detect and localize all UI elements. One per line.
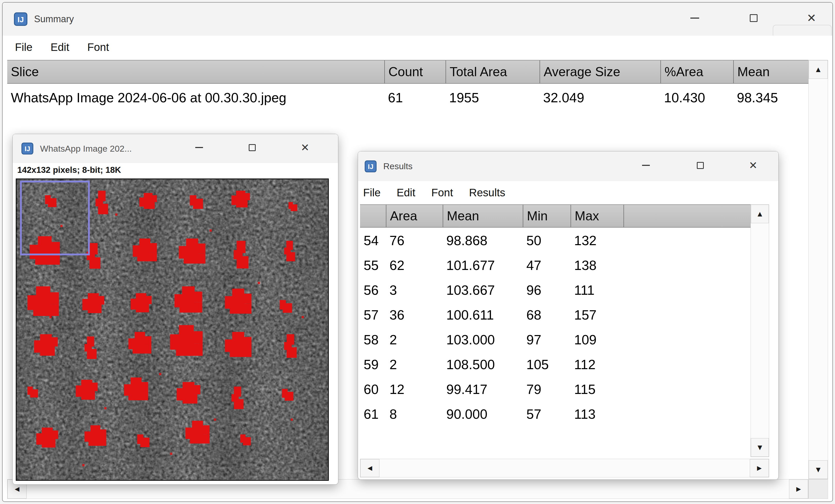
cell-row-number: 61 (360, 402, 386, 426)
cell-max: 132 (571, 228, 624, 253)
arrow-up-icon: ▲ (756, 210, 764, 218)
cell-max: 157 (571, 303, 624, 327)
results-horizontal-scrollbar[interactable]: ◄ ► (360, 459, 769, 477)
cell-average-size: 32.049 (539, 84, 660, 111)
cell-mean: 99.417 (443, 377, 523, 402)
scroll-down-button[interactable]: ▼ (809, 460, 828, 479)
results-table-row[interactable]: 54 76 98.868 50 132 (360, 228, 751, 253)
svg-text:IJ: IJ (18, 16, 24, 24)
minimize-button[interactable] (685, 8, 705, 28)
cell-row-number: 56 (360, 278, 386, 303)
minimize-button[interactable] (189, 138, 209, 157)
close-button[interactable]: ✕ (295, 138, 315, 157)
arrow-left-icon: ◄ (13, 485, 21, 493)
svg-text:IJ: IJ (368, 163, 373, 170)
menu-item-file[interactable]: File (363, 186, 381, 199)
arrow-right-icon: ► (795, 485, 802, 493)
menu-item-file[interactable]: File (15, 41, 33, 54)
maximize-icon (750, 14, 757, 22)
cell-min: 68 (523, 303, 571, 327)
column-header-total-area: Total Area (446, 60, 539, 83)
summary-menubar: File Edit Font (3, 36, 832, 59)
cell-max: 113 (571, 402, 624, 426)
results-table-row[interactable]: 58 2 103.000 97 109 (360, 327, 751, 352)
image-info-label: 142x132 pixels; 8-bit; 18K (17, 165, 121, 175)
cell-min: 47 (523, 253, 571, 278)
summary-vertical-scrollbar[interactable]: ▲ ▼ (808, 60, 828, 479)
micrograph-canvas[interactable] (16, 179, 329, 481)
imagej-icon: IJ (14, 13, 27, 26)
scroll-track-horizontal[interactable] (380, 459, 750, 477)
results-table-row[interactable]: 55 62 101.677 47 138 (360, 253, 751, 278)
image-titlebar[interactable]: IJ WhatsApp Image 202... ✕ (13, 134, 338, 163)
results-table-row[interactable]: 59 2 108.500 105 112 (360, 352, 751, 377)
results-table-header: Area Mean Min Max (360, 204, 751, 227)
maximize-button[interactable] (690, 156, 710, 175)
cell-area: 2 (386, 352, 443, 377)
maximize-button[interactable] (242, 138, 262, 157)
scroll-down-button[interactable]: ▼ (751, 438, 769, 457)
summary-table-row[interactable]: WhatsApp Image 2024-06-06 at 00.30.30.jp… (7, 84, 810, 111)
results-table-body: 54 76 98.868 50 132 55 62 101.677 47 138… (360, 228, 751, 426)
results-vertical-scrollbar[interactable]: ▲ ▼ (751, 204, 769, 457)
results-table-row[interactable]: 57 36 100.611 68 157 (360, 303, 751, 327)
cell-min: 57 (523, 402, 571, 426)
results-table-row[interactable]: 61 8 90.000 57 113 (360, 402, 751, 426)
cell-max: 115 (571, 377, 624, 402)
minimize-icon (690, 18, 699, 19)
results-titlebar[interactable]: IJ Results ✕ (358, 152, 778, 181)
minimize-icon (642, 165, 650, 166)
cell-max: 138 (571, 253, 624, 278)
column-header-slice: Slice (7, 60, 384, 83)
cell-area: 8 (386, 402, 443, 426)
scroll-up-button[interactable]: ▲ (809, 60, 828, 79)
scroll-track-vertical[interactable] (751, 223, 769, 438)
column-header-count: Count (384, 60, 446, 83)
arrow-down-icon: ▼ (814, 466, 822, 473)
cell-area: 3 (386, 278, 443, 303)
arrow-right-icon: ► (755, 464, 763, 472)
arrow-up-icon: ▲ (814, 66, 822, 73)
results-table-row[interactable]: 60 12 99.417 79 115 (360, 377, 751, 402)
imagej-icon: IJ (365, 160, 376, 172)
maximize-button[interactable] (743, 8, 764, 28)
cell-mean: 98.868 (443, 228, 523, 253)
cell-mean: 103.667 (443, 278, 523, 303)
column-header-min: Min (523, 205, 571, 227)
cell-mean: 103.000 (443, 327, 523, 352)
cell-min: 96 (523, 278, 571, 303)
screen: IJ Summary ✕ File Edit Font Slice Count … (0, 0, 835, 504)
column-header-row-number (360, 205, 386, 227)
menu-item-font[interactable]: Font (431, 186, 453, 199)
minimize-button[interactable] (636, 156, 656, 175)
cell-row-number: 60 (360, 377, 386, 402)
cell-mean: 108.500 (443, 352, 523, 377)
cell-max: 109 (571, 327, 624, 352)
arrow-down-icon: ▼ (756, 444, 764, 451)
column-header-mean: Mean (443, 205, 523, 227)
menu-item-font[interactable]: Font (87, 41, 109, 54)
cell-area: 12 (386, 377, 443, 402)
scroll-up-button[interactable]: ▲ (751, 205, 769, 223)
scroll-right-button[interactable]: ► (789, 480, 808, 499)
menu-item-edit[interactable]: Edit (50, 41, 69, 54)
summary-titlebar[interactable]: IJ Summary ✕ (3, 3, 832, 36)
scroll-right-button[interactable]: ► (750, 459, 769, 477)
menu-item-results[interactable]: Results (469, 186, 505, 199)
cell-count: 61 (384, 84, 446, 111)
cell-row-number: 57 (360, 303, 386, 327)
cell-max: 111 (571, 278, 624, 303)
menu-item-edit[interactable]: Edit (397, 186, 415, 199)
close-button[interactable]: ✕ (743, 156, 763, 175)
results-table-row[interactable]: 56 3 103.667 96 111 (360, 278, 751, 303)
scroll-track-vertical[interactable] (809, 79, 828, 460)
cell-max: 112 (571, 352, 624, 377)
column-header-mean: Mean (733, 60, 810, 83)
cell-slice: WhatsApp Image 2024-06-06 at 00.30.30.jp… (7, 84, 384, 111)
cell-row-number: 59 (360, 352, 386, 377)
column-header-area: Area (386, 205, 443, 227)
window-title: WhatsApp Image 202... (40, 144, 132, 154)
micrograph-image (17, 179, 328, 480)
maximize-icon (249, 144, 256, 151)
scroll-left-button[interactable]: ◄ (360, 459, 380, 477)
